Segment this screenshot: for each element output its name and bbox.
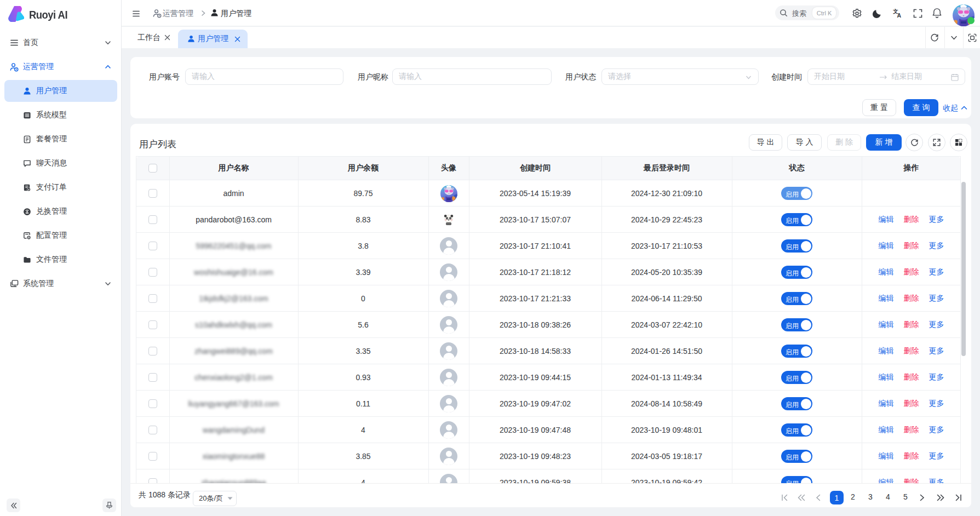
- svg-text:A: A: [897, 13, 902, 19]
